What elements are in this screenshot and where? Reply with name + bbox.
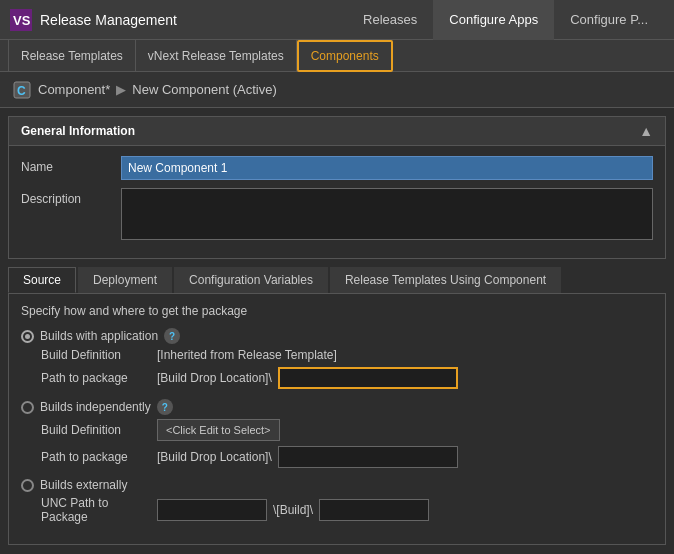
bi-build-def-label: Build Definition <box>41 423 151 437</box>
name-row: Name <box>21 156 653 180</box>
builds-with-app-fields: Build Definition [Inherited from Release… <box>21 348 653 389</box>
subnav-vnext-release-templates[interactable]: vNext Release Templates <box>136 40 297 72</box>
source-tab-description: Specify how and where to get the package <box>21 304 653 318</box>
general-info-header: General Information ▲ <box>8 116 666 146</box>
breadcrumb-part1: Component* <box>38 82 110 97</box>
bwa-path-input[interactable] <box>278 367 458 389</box>
builds-with-app-help-icon[interactable]: ? <box>164 328 180 344</box>
builds-externally-label: Builds externally <box>40 478 127 492</box>
source-tab-content: Specify how and where to get the package… <box>8 294 666 545</box>
nav-configure-p[interactable]: Configure P... <box>554 0 664 40</box>
collapse-icon[interactable]: ▲ <box>639 123 653 139</box>
tab-config-vars[interactable]: Configuration Variables <box>174 267 328 293</box>
description-row: Description <box>21 188 653 240</box>
builds-externally-radio[interactable] <box>21 479 34 492</box>
builds-externally-row: Builds externally <box>21 478 653 492</box>
app-logo-icon: VS <box>10 9 32 31</box>
breadcrumb-arrow-icon: ▶ <box>116 82 126 97</box>
tab-deployment[interactable]: Deployment <box>78 267 172 293</box>
builds-with-app-label: Builds with application <box>40 329 158 343</box>
builds-externally-fields: UNC Path to Package \[Build]\ <box>21 496 653 524</box>
description-input[interactable] <box>121 188 653 240</box>
title-bar: VS Release Management Releases Configure… <box>0 0 674 40</box>
bwa-build-def-value: [Inherited from Release Template] <box>157 348 337 362</box>
builds-with-app-row: Builds with application ? <box>21 328 653 344</box>
title-nav: Releases Configure Apps Configure P... <box>347 0 664 40</box>
be-unc-label: UNC Path to Package <box>41 496 151 524</box>
name-label: Name <box>21 156 111 174</box>
tab-source[interactable]: Source <box>8 267 76 293</box>
builds-independently-label: Builds independently <box>40 400 151 414</box>
svg-text:C: C <box>17 84 26 98</box>
be-unc-input2[interactable] <box>319 499 429 521</box>
builds-with-app-group: Builds with application ? Build Definiti… <box>21 328 653 389</box>
tab-release-templates[interactable]: Release Templates Using Component <box>330 267 561 293</box>
subnav-release-templates[interactable]: Release Templates <box>8 40 136 72</box>
nav-releases[interactable]: Releases <box>347 0 433 40</box>
description-label: Description <box>21 188 111 206</box>
builds-independently-help-icon[interactable]: ? <box>157 399 173 415</box>
be-unc-input1[interactable] <box>157 499 267 521</box>
app-title: Release Management <box>40 12 347 28</box>
sub-nav: Release Templates vNext Release Template… <box>0 40 674 72</box>
breadcrumb: C Component* ▶ New Component (Active) <box>0 72 674 108</box>
bwa-path-label: Path to package <box>41 371 151 385</box>
builds-externally-group: Builds externally UNC Path to Package \[… <box>21 478 653 524</box>
bwa-build-def-row: Build Definition [Inherited from Release… <box>41 348 653 362</box>
bi-path-input[interactable] <box>278 446 458 468</box>
tabs-bar: Source Deployment Configuration Variable… <box>8 267 666 294</box>
builds-with-app-radio[interactable] <box>21 330 34 343</box>
builds-independently-radio[interactable] <box>21 401 34 414</box>
be-unc-row: UNC Path to Package \[Build]\ <box>41 496 653 524</box>
svg-text:VS: VS <box>13 13 31 28</box>
builds-independently-row: Builds independently ? <box>21 399 653 415</box>
builds-independently-group: Builds independently ? Build Definition … <box>21 399 653 468</box>
name-input[interactable] <box>121 156 653 180</box>
be-unc-mid: \[Build]\ <box>273 503 313 517</box>
breadcrumb-current: New Component (Active) <box>132 82 277 97</box>
subnav-components[interactable]: Components <box>297 40 393 72</box>
bwa-path-prefix: [Build Drop Location]\ <box>157 371 272 385</box>
bi-path-row: Path to package [Build Drop Location]\ <box>41 446 653 468</box>
bi-build-def-btn[interactable]: <Click Edit to Select> <box>157 419 280 441</box>
general-info-body: Name Description <box>8 146 666 259</box>
bwa-path-row: Path to package [Build Drop Location]\ <box>41 367 653 389</box>
component-icon: C <box>12 80 32 100</box>
general-info-title: General Information <box>21 124 135 138</box>
bi-path-prefix: [Build Drop Location]\ <box>157 450 272 464</box>
bi-build-def-row: Build Definition <Click Edit to Select> <box>41 419 653 441</box>
bi-path-label: Path to package <box>41 450 151 464</box>
nav-configure-apps[interactable]: Configure Apps <box>433 0 554 40</box>
builds-independently-fields: Build Definition <Click Edit to Select> … <box>21 419 653 468</box>
bwa-build-def-label: Build Definition <box>41 348 151 362</box>
